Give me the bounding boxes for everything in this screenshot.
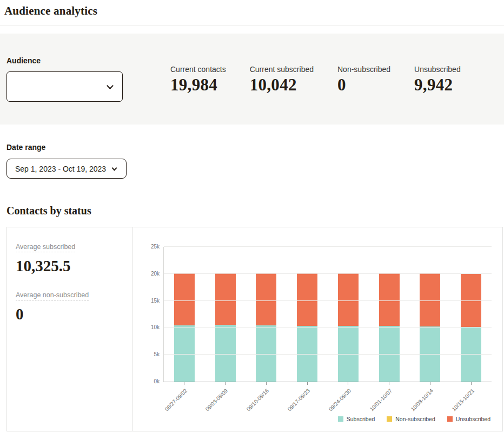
average-non-subscribed-value: 0 <box>16 305 124 323</box>
x-tick-label: 08/27-09/02 <box>163 388 188 413</box>
x-tick: 09/03-09/09 <box>204 382 246 414</box>
stacked-bar[interactable] <box>256 247 276 382</box>
average-subscribed-block: Average subscribed 10,325.5 <box>16 241 124 275</box>
stat-current-subscribed: Current subscribed 10,042 <box>250 65 314 102</box>
y-tick-label: 25k <box>139 244 160 250</box>
gridline <box>164 327 492 328</box>
x-tick: 09/10-09/16 <box>246 382 287 414</box>
legend-swatch <box>338 416 343 422</box>
x-tick-label: 09/10-09/16 <box>246 388 270 413</box>
bar-segment-unsubscribed[interactable] <box>297 273 317 326</box>
stacked-bar[interactable] <box>461 247 481 382</box>
x-tick-label: 10/15-10/21 <box>450 388 475 413</box>
stat-value: 10,042 <box>250 75 314 95</box>
stat-unsubscribed: Unsubscribed 9,942 <box>414 65 461 102</box>
bar-slot <box>287 247 328 382</box>
x-tick-label: 09/03-09/09 <box>204 388 229 413</box>
date-range-button[interactable]: Sep 1, 2023 - Oct 19, 2023 <box>6 159 127 179</box>
bar-slot <box>450 247 492 382</box>
stat-non-subscribed: Non-subscribed 0 <box>337 65 390 102</box>
bar-slot <box>164 247 205 382</box>
legend-swatch <box>447 416 453 422</box>
contacts-by-status-title: Contacts by status <box>6 205 504 217</box>
y-tick-label: 0k <box>139 378 160 384</box>
average-subscribed-label: Average subscribed <box>16 243 75 252</box>
stacked-bar[interactable] <box>174 247 195 382</box>
stat-label: Unsubscribed <box>414 65 461 74</box>
gridline <box>164 273 492 274</box>
y-tick-label: 15k <box>139 298 160 304</box>
audience-label: Audience <box>6 56 170 65</box>
bar-segment-unsubscribed[interactable] <box>174 273 195 325</box>
average-subscribed-value: 10,325.5 <box>16 257 124 275</box>
x-tick: 10/01-10/07 <box>368 382 409 414</box>
legend-item-non-subscribed: Non-subscribed <box>387 416 435 422</box>
bar-segment-unsubscribed[interactable] <box>379 273 400 326</box>
average-non-subscribed-block: Average non-subscribed 0 <box>16 290 124 323</box>
legend-label: Non-subscribed <box>395 416 435 422</box>
chart-plot: 0k5k10k15k20k25k <box>163 247 492 382</box>
x-axis: 08/27-09/0209/03-09/0909/10-09/1609/17-0… <box>163 382 492 414</box>
bar-segment-subscribed[interactable] <box>256 325 276 382</box>
bar-segment-unsubscribed[interactable] <box>256 273 276 325</box>
x-tick-label: 10/08-10/14 <box>409 388 434 413</box>
gridline <box>164 354 492 355</box>
page-header: Audience analytics <box>0 0 504 25</box>
bar-slot <box>246 247 287 382</box>
stat-value: 0 <box>337 75 390 95</box>
legend-item-unsubscribed: Unsubscribed <box>447 416 490 422</box>
bar-slot <box>205 247 246 382</box>
average-non-subscribed-label: Average non-subscribed <box>16 291 89 300</box>
chart-legend: SubscribedNon-subscribedUnsubscribed <box>137 416 492 422</box>
stacked-bar[interactable] <box>338 247 359 382</box>
stat-label: Non-subscribed <box>337 65 390 74</box>
audience-selector: Audience <box>6 56 170 102</box>
bar-slot <box>410 247 451 382</box>
x-tick: 10/08-10/14 <box>409 382 450 414</box>
chevron-down-icon <box>107 82 114 89</box>
x-tick: 09/24-09/30 <box>328 382 369 414</box>
date-range-label: Date range <box>6 143 504 152</box>
y-tick-label: 5k <box>139 351 160 357</box>
stat-value: 9,942 <box>414 75 461 95</box>
x-tick: 08/27-09/02 <box>163 382 204 414</box>
bar-slot <box>328 247 369 382</box>
stat-current-contacts: Current contacts 19,984 <box>170 65 226 102</box>
legend-label: Unsubscribed <box>456 416 490 422</box>
stacked-bar[interactable] <box>379 247 400 382</box>
x-tick-label: 09/17-09/23 <box>287 388 311 413</box>
legend-item-subscribed: Subscribed <box>338 416 375 422</box>
chevron-down-icon <box>112 165 117 171</box>
contacts-by-status-card: Average subscribed 10,325.5 Average non-… <box>6 227 503 431</box>
y-tick-label: 20k <box>139 271 160 277</box>
x-tick: 10/15-10/21 <box>450 382 492 414</box>
bar-segment-unsubscribed[interactable] <box>215 273 236 325</box>
stat-value: 19,984 <box>170 75 226 95</box>
date-range-section: Date range Sep 1, 2023 - Oct 19, 2023 <box>6 143 504 179</box>
stat-label: Current subscribed <box>250 65 314 74</box>
chart-column: 0k5k10k15k20k25k 08/27-09/0209/03-09/090… <box>133 227 502 431</box>
stacked-bar[interactable] <box>215 247 236 382</box>
gridline <box>164 246 492 247</box>
bars-row <box>164 247 492 382</box>
page-title: Audience analytics <box>4 4 504 18</box>
stats-row: Current contacts 19,984 Current subscrib… <box>170 56 461 102</box>
x-tick: 09/17-09/23 <box>287 382 328 414</box>
bar-segment-subscribed[interactable] <box>174 325 195 382</box>
x-tick-label: 10/01-10/07 <box>369 388 394 413</box>
legend-swatch <box>387 416 392 422</box>
stat-label: Current contacts <box>170 65 226 74</box>
audience-panel: Audience Current contacts 19,984 Current… <box>0 34 504 125</box>
bar-slot <box>369 247 410 382</box>
date-range-value: Sep 1, 2023 - Oct 19, 2023 <box>15 165 106 173</box>
legend-label: Subscribed <box>347 416 375 422</box>
stacked-bar[interactable] <box>420 247 440 382</box>
stacked-bar[interactable] <box>297 247 317 382</box>
gridline <box>164 300 492 301</box>
audience-select[interactable] <box>6 71 123 102</box>
summary-column: Average subscribed 10,325.5 Average non-… <box>7 227 133 431</box>
y-tick-label: 10k <box>139 324 160 330</box>
bar-segment-subscribed[interactable] <box>215 325 236 382</box>
bar-segment-unsubscribed[interactable] <box>338 273 359 326</box>
x-tick-label: 09/24-09/30 <box>328 388 353 413</box>
